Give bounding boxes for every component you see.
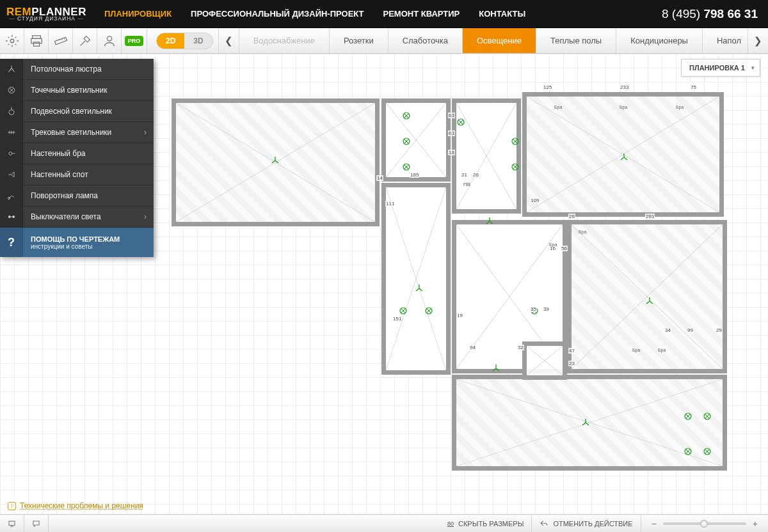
chevron-right-icon: › — [137, 128, 154, 137]
warnings-link[interactable]: ! Технические проблемы и решения — [8, 501, 143, 510]
ruler-icon[interactable] — [49, 28, 73, 53]
top-header: REMPLANNER СТУДИЯ ДИЗАЙНА ПЛАНИРОВЩИК ПР… — [0, 0, 768, 28]
help-panel[interactable]: ? ПОМОЩЬ ПО ЧЕРТЕЖАМ инструкции и советы — [0, 228, 154, 257]
nav-renovate[interactable]: РЕМОНТ КВАРТИР — [383, 9, 460, 19]
status-bar: 80 СКРЫТЬ РАЗМЕРЫ ОТМЕНИТЬ ДЕЙСТВИЕ − + — [0, 514, 768, 532]
tool-switches[interactable]: Выключатели света › — [0, 207, 154, 228]
svg-point-8 — [9, 152, 12, 155]
tab-heatfloor[interactable]: Теплые полы — [536, 28, 616, 53]
light-spot[interactable] — [684, 447, 692, 456]
dim: 233 — [620, 84, 629, 90]
zoom-out[interactable]: − — [652, 519, 657, 529]
warnings-label: Технические проблемы и решения — [20, 501, 143, 510]
chat-icon[interactable] — [24, 515, 49, 532]
light-chandelier[interactable] — [485, 217, 494, 226]
room-hall[interactable] — [381, 183, 451, 375]
light-chandelier[interactable] — [620, 153, 628, 162]
tabs-scroll-left[interactable]: ❮ — [218, 28, 239, 53]
dim: 125 — [543, 84, 552, 90]
help-title: ПОМОЩЬ ПО ЧЕРТЕЖАМ — [31, 235, 120, 243]
tab-water[interactable]: Водоснабжение — [239, 28, 329, 53]
tool-wallspot[interactable]: Настенный спот — [0, 164, 154, 185]
light-spot[interactable] — [402, 137, 411, 146]
light-chandelier[interactable] — [492, 364, 500, 373]
light-chandelier[interactable] — [645, 297, 654, 306]
light-chandelier[interactable] — [581, 418, 590, 427]
pro-badge[interactable]: PRO — [122, 28, 147, 53]
light-spot[interactable] — [456, 118, 465, 127]
layout-dropdown[interactable]: ПЛАНИРОВКА 1 ▾ — [681, 59, 760, 77]
undo-label: ОТМЕНИТЬ ДЕЙСТВИЕ — [553, 520, 632, 528]
nav-contacts[interactable]: КОНТАКТЫ — [479, 9, 525, 19]
room-wc[interactable] — [452, 98, 521, 214]
nav-planner[interactable]: ПЛАНИРОВЩИК — [104, 9, 172, 19]
tool-track[interactable]: Трековые светильники › — [0, 122, 154, 143]
light-spot[interactable] — [703, 412, 712, 421]
tool-swivel[interactable]: Поворотная лампа — [0, 185, 154, 207]
light-spot[interactable] — [511, 162, 520, 171]
lighting-palette: Потолочная люстра Точечный светильник По… — [0, 59, 154, 257]
light-spot[interactable] — [402, 111, 411, 120]
tabs-scroll-right[interactable]: ❯ — [748, 28, 768, 53]
undo-button[interactable]: ОТМЕНИТЬ ДЕЙСТВИЕ — [532, 515, 641, 532]
chevron-down-icon: ▾ — [751, 65, 755, 71]
bra-label: Бра — [632, 348, 640, 352]
chevron-right-icon: › — [137, 212, 154, 221]
tool-spotlight[interactable]: Точечный светильник — [0, 80, 154, 101]
bra-label: Бра — [549, 242, 557, 247]
tab-floor[interactable]: Напол — [702, 28, 748, 53]
light-chandelier[interactable] — [271, 156, 280, 165]
tab-ac[interactable]: Кондиционеры — [616, 28, 702, 53]
bra-label: Бра — [676, 105, 684, 109]
toggle-dimensions[interactable]: 80 СКРЫТЬ РАЗМЕРЫ — [440, 515, 532, 532]
room-closet[interactable] — [522, 341, 567, 380]
view-3d[interactable]: 3D — [184, 33, 212, 49]
warning-icon: ! — [8, 502, 16, 510]
light-spot[interactable] — [703, 447, 712, 456]
tab-lighting[interactable]: Освещение — [462, 28, 536, 53]
bra-label: Бра — [658, 348, 666, 352]
settings-icon[interactable] — [0, 28, 24, 53]
tools-icon[interactable] — [73, 28, 97, 53]
zoom-slider[interactable] — [663, 522, 746, 525]
dim: 75 — [690, 84, 697, 90]
help-sub: инструкции и советы — [31, 243, 120, 250]
light-spot[interactable] — [511, 137, 520, 146]
svg-point-0 — [10, 39, 14, 43]
light-spot[interactable] — [684, 412, 692, 421]
bra-label: Бра — [554, 105, 562, 109]
svg-rect-3 — [33, 42, 39, 45]
tool-bra[interactable]: Настенный бра — [0, 143, 154, 164]
room-bath[interactable] — [381, 98, 451, 182]
logo[interactable]: REMPLANNER СТУДИЯ ДИЗАЙНА — [0, 6, 97, 22]
logo-sub: СТУДИЯ ДИЗАЙНА — [6, 16, 86, 22]
nav-design[interactable]: ПРОФЕССИОНАЛЬНЫЙ ДИЗАЙН-ПРОЕКТ — [191, 9, 364, 19]
zoom-in[interactable]: + — [753, 519, 758, 529]
view-2d[interactable]: 2D — [157, 33, 184, 49]
svg-point-5 — [107, 36, 111, 40]
tab-lowcurr[interactable]: Слаботочка — [388, 28, 462, 53]
track-icon — [0, 122, 23, 143]
floor-plan[interactable]: 125 233 75 63 63 18 185 21 28 ПВ 14 111 … — [172, 92, 728, 473]
light-spot[interactable] — [424, 306, 433, 315]
light-chandelier[interactable] — [415, 284, 424, 293]
tool-pendant[interactable]: Подвесной светильник — [0, 101, 154, 122]
expert-icon[interactable] — [97, 28, 122, 53]
wallspot-icon — [0, 164, 23, 185]
tab-sockets[interactable]: Розетки — [329, 28, 388, 53]
tool-chandelier[interactable]: Потолочная люстра — [0, 59, 154, 80]
toolbar: PRO 2D 3D ❮ Водоснабжение Розетки Слабот… — [0, 28, 768, 54]
phone-prefix: 8 (495) — [662, 7, 703, 20]
light-spot[interactable] — [530, 306, 539, 315]
print-icon[interactable] — [24, 28, 49, 53]
light-spot[interactable] — [402, 162, 411, 171]
svg-rect-4 — [54, 37, 67, 44]
tab-strip: Водоснабжение Розетки Слаботочка Освещен… — [239, 28, 748, 53]
bra-label: Бра — [579, 230, 586, 234]
present-icon[interactable] — [0, 515, 24, 532]
pendant-icon — [0, 101, 23, 121]
workspace[interactable]: Потолочная люстра Точечный светильник По… — [0, 54, 768, 514]
main-nav: ПЛАНИРОВЩИК ПРОФЕССИОНАЛЬНЫЙ ДИЗАЙН-ПРОЕ… — [104, 9, 525, 19]
zoom-thumb[interactable] — [700, 520, 708, 528]
light-spot[interactable] — [399, 306, 408, 315]
